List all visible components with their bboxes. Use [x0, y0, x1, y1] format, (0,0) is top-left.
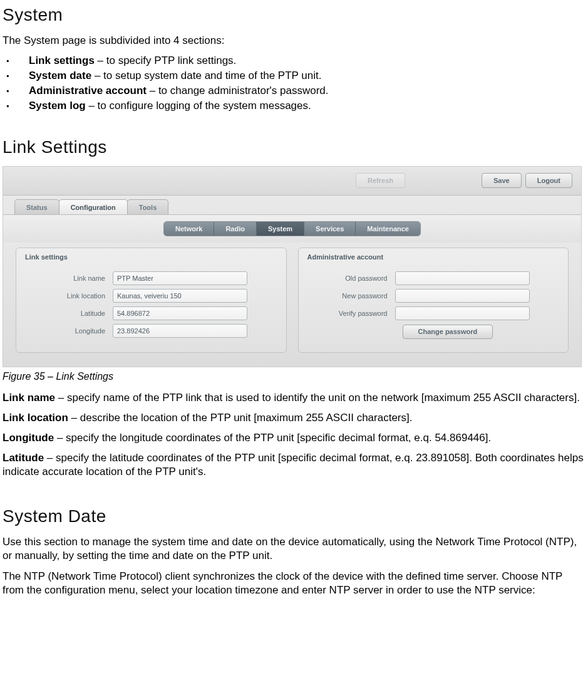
- tab-status[interactable]: Status: [14, 199, 59, 214]
- list-item: System log – to configure logging of the…: [3, 99, 585, 113]
- list-item-desc: – to configure logging of the system mes…: [86, 100, 311, 112]
- input-old-password[interactable]: [395, 271, 530, 285]
- section-list: Link settings – to specify PTP link sett…: [3, 54, 585, 113]
- heading-system-date: System Date: [3, 506, 585, 526]
- list-item: Link settings – to specify PTP link sett…: [3, 54, 585, 68]
- figure-caption: Figure 35 – Link Settings: [3, 371, 585, 382]
- link-settings-panel: Link settings Link name Link location La…: [16, 248, 287, 353]
- input-verify-password[interactable]: [395, 306, 530, 320]
- label-link-location: Link location: [25, 292, 113, 300]
- list-item-term: System log: [29, 100, 86, 112]
- panels-row: Link settings Link name Link location La…: [3, 243, 581, 367]
- subtab-maintenance[interactable]: Maintenance: [356, 222, 420, 236]
- list-item: System date – to setup system date and t…: [3, 69, 585, 83]
- definition-longitude: Longitude – specify the longitude coordi…: [3, 431, 585, 445]
- label-old-password: Old password: [307, 274, 395, 282]
- panel-title-admin-account: Administrative account: [299, 248, 569, 269]
- input-link-name[interactable]: [113, 271, 247, 285]
- refresh-button[interactable]: Refresh: [356, 173, 405, 188]
- definition-term: Latitude: [3, 452, 44, 464]
- heading-link-settings: Link Settings: [3, 137, 585, 157]
- system-date-paragraph-1: Use this section to manage the system ti…: [3, 535, 585, 563]
- list-item: Administrative account – to change admin…: [3, 84, 585, 98]
- definition-link-location: Link location – describe the location of…: [3, 411, 585, 425]
- save-button[interactable]: Save: [482, 173, 522, 188]
- change-password-button[interactable]: Change password: [403, 325, 493, 339]
- list-item-desc: – to specify PTP link settings.: [95, 55, 236, 66]
- definition-term: Longitude: [3, 432, 54, 444]
- list-item-desc: – to setup system date and time of the P…: [91, 70, 321, 81]
- list-item-term: Administrative account: [29, 85, 147, 97]
- link-settings-screenshot: Refresh Save Logout Status Configuration…: [3, 166, 582, 367]
- logout-button[interactable]: Logout: [525, 173, 572, 188]
- system-date-paragraph-2: The NTP (Network Time Protocol) client s…: [3, 570, 585, 597]
- list-item-desc: – to change administrator's password.: [147, 85, 329, 97]
- sub-tab-bar: Network Radio System Services Maintenanc…: [3, 214, 581, 243]
- tab-tools[interactable]: Tools: [127, 199, 169, 214]
- definition-link-name: Link name – specify name of the PTP link…: [3, 391, 585, 405]
- input-longitude[interactable]: [113, 324, 247, 338]
- input-new-password[interactable]: [395, 289, 530, 303]
- definition-desc: – specify name of the PTP link that is u…: [55, 392, 580, 404]
- subtab-system[interactable]: System: [257, 222, 304, 236]
- label-verify-password: Verify password: [307, 310, 395, 317]
- heading-system: System: [3, 5, 585, 25]
- main-tabs: Status Configuration Tools: [3, 196, 581, 214]
- label-latitude: Latitude: [25, 310, 113, 317]
- input-latitude[interactable]: [113, 306, 247, 320]
- subtab-radio[interactable]: Radio: [214, 222, 257, 236]
- subtab-network[interactable]: Network: [164, 222, 214, 236]
- tab-configuration[interactable]: Configuration: [59, 199, 128, 214]
- definition-term: Link name: [3, 392, 55, 404]
- panel-title-link-settings: Link settings: [16, 248, 286, 269]
- definition-term: Link location: [3, 412, 68, 424]
- definition-latitude: Latitude – specify the latitude coordina…: [3, 451, 585, 479]
- input-link-location[interactable]: [113, 289, 247, 303]
- list-item-term: Link settings: [29, 55, 95, 66]
- label-new-password: New password: [307, 292, 395, 300]
- admin-account-panel: Administrative account Old password New …: [298, 248, 569, 353]
- top-action-bar: Refresh Save Logout: [3, 167, 581, 196]
- label-longitude: Longitude: [25, 327, 113, 335]
- subtab-services[interactable]: Services: [304, 222, 356, 236]
- list-item-term: System date: [29, 70, 91, 81]
- intro-paragraph: The System page is subdivided into 4 sec…: [3, 34, 585, 48]
- label-link-name: Link name: [25, 274, 113, 282]
- definition-desc: – specify the latitude coordinates of th…: [3, 452, 584, 478]
- definition-desc: – describe the location of the PTP unit …: [68, 412, 413, 424]
- definition-desc: – specify the longitude coordinates of t…: [54, 432, 491, 444]
